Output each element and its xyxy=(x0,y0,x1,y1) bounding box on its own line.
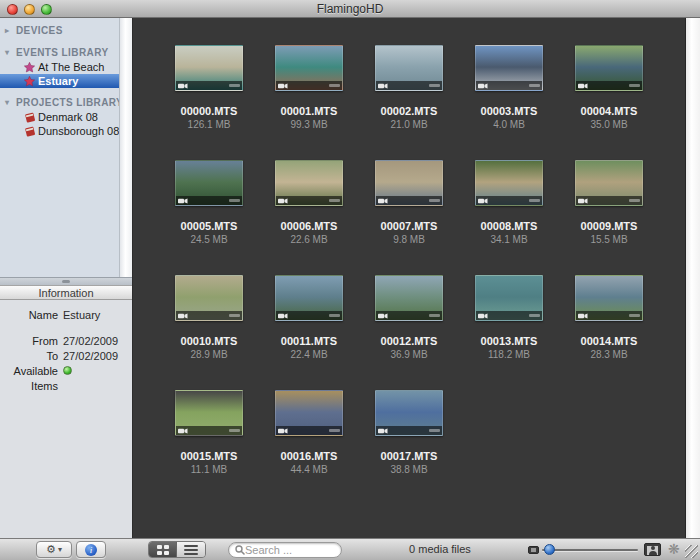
video-thumbnail[interactable] xyxy=(275,45,343,91)
video-thumbnail[interactable] xyxy=(275,390,343,436)
duration-indicator xyxy=(429,314,440,317)
zoom-button[interactable] xyxy=(41,4,52,15)
triangle-expanded-icon[interactable]: ▾ xyxy=(5,98,16,107)
video-thumbnail[interactable] xyxy=(575,45,643,91)
sidebar: ▸DEVICES▾EVENTS LIBRARYAt The BeachEstua… xyxy=(0,18,133,538)
media-item[interactable]: 00011.MTS22.4 MB xyxy=(259,275,359,390)
media-item[interactable]: 00017.MTS38.8 MB xyxy=(359,390,459,505)
sidebar-item-label: Denmark 08 xyxy=(38,111,98,123)
sidebar-scrollbar[interactable] xyxy=(119,18,132,277)
info-label: Items xyxy=(0,380,58,392)
triangle-collapsed-icon[interactable]: ▸ xyxy=(5,26,16,35)
media-item[interactable]: 00002.MTS21.0 MB xyxy=(359,45,459,160)
media-item[interactable]: 00010.MTS28.9 MB xyxy=(159,275,259,390)
file-size: 9.8 MB xyxy=(359,234,459,245)
info-row: Items xyxy=(0,378,132,393)
duration-indicator xyxy=(229,84,240,87)
thumbnail-overlay-bar xyxy=(276,426,342,435)
duration-indicator xyxy=(529,199,540,202)
grid-view-button[interactable] xyxy=(149,542,177,557)
slider-knob[interactable] xyxy=(544,544,555,555)
camera-icon xyxy=(478,313,488,319)
grid-view-icon xyxy=(157,545,169,555)
media-item[interactable]: 00005.MTS24.5 MB xyxy=(159,160,259,275)
sidebar-item-estuary[interactable]: Estuary xyxy=(0,74,120,88)
video-thumbnail[interactable] xyxy=(475,160,543,206)
video-thumbnail[interactable] xyxy=(375,45,443,91)
gear-icon: ⚙ xyxy=(46,543,56,556)
window-resize-grip[interactable] xyxy=(685,545,698,558)
media-item[interactable]: 00000.MTS126.1 MB xyxy=(159,45,259,160)
view-mode-toggle xyxy=(148,541,206,558)
video-thumbnail[interactable] xyxy=(275,275,343,321)
video-thumbnail[interactable] xyxy=(175,275,243,321)
file-size: 118.2 MB xyxy=(459,349,559,360)
media-item[interactable]: 00013.MTS118.2 MB xyxy=(459,275,559,390)
title-bar[interactable]: FlamingoHD xyxy=(0,0,700,18)
media-item[interactable]: 00008.MTS34.1 MB xyxy=(459,160,559,275)
duration-indicator xyxy=(329,314,340,317)
video-thumbnail[interactable] xyxy=(175,390,243,436)
vertical-scrollbar[interactable] xyxy=(685,18,700,538)
triangle-expanded-icon[interactable]: ▾ xyxy=(5,48,16,57)
info-row: NameEstuary xyxy=(0,307,132,322)
file-name: 00014.MTS xyxy=(559,335,659,347)
star-icon xyxy=(24,76,35,87)
info-row: From27/02/2009 xyxy=(0,333,132,348)
video-thumbnail[interactable] xyxy=(475,275,543,321)
get-info-button[interactable]: i xyxy=(76,541,106,558)
sidebar-section-label: PROJECTS LIBRARY xyxy=(16,97,123,108)
sidebar-item-at-the-beach[interactable]: At The Beach xyxy=(0,60,132,74)
source-list: ▸DEVICES▾EVENTS LIBRARYAt The BeachEstua… xyxy=(0,18,132,277)
media-item[interactable]: 00003.MTS4.0 MB xyxy=(459,45,559,160)
slider-track[interactable] xyxy=(542,549,638,551)
sidebar-section-header[interactable]: ▾EVENTS LIBRARY xyxy=(0,45,132,60)
search-input[interactable] xyxy=(245,544,335,556)
sidebar-section-header[interactable]: ▾PROJECTS LIBRARY xyxy=(0,95,132,110)
splitter-grip-icon xyxy=(62,280,70,283)
action-menu-button[interactable]: ⚙ ▾ xyxy=(36,541,72,558)
video-thumbnail[interactable] xyxy=(375,275,443,321)
media-item[interactable]: 00016.MTS44.4 MB xyxy=(259,390,359,505)
sidebar-item-dunsborough-08[interactable]: Dunsborough 08 xyxy=(0,124,132,138)
media-item[interactable]: 00014.MTS28.3 MB xyxy=(559,275,659,390)
video-thumbnail[interactable] xyxy=(375,160,443,206)
video-thumbnail[interactable] xyxy=(275,160,343,206)
file-size: 21.0 MB xyxy=(359,119,459,130)
video-thumbnail[interactable] xyxy=(575,160,643,206)
media-item[interactable]: 00009.MTS15.5 MB xyxy=(559,160,659,275)
thumbnail-overlay-bar xyxy=(276,196,342,205)
video-thumbnail[interactable] xyxy=(175,160,243,206)
window-controls xyxy=(7,4,52,15)
media-item[interactable]: 00015.MTS11.1 MB xyxy=(159,390,259,505)
close-button[interactable] xyxy=(7,4,18,15)
minimize-button[interactable] xyxy=(24,4,35,15)
video-thumbnail[interactable] xyxy=(375,390,443,436)
sidebar-item-label: At The Beach xyxy=(38,61,104,73)
sidebar-item-denmark-08[interactable]: Denmark 08 xyxy=(0,110,132,124)
sidebar-section-label: DEVICES xyxy=(16,25,63,36)
thumbnail-overlay-bar xyxy=(376,81,442,90)
file-size: 38.8 MB xyxy=(359,464,459,475)
media-item[interactable]: 00007.MTS9.8 MB xyxy=(359,160,459,275)
file-size: 34.1 MB xyxy=(459,234,559,245)
duration-indicator xyxy=(329,429,340,432)
media-browser: 00000.MTS126.1 MB00001.MTS99.3 MB00002.M… xyxy=(133,18,700,538)
media-item[interactable]: 00012.MTS36.9 MB xyxy=(359,275,459,390)
list-view-button[interactable] xyxy=(177,542,205,557)
media-item[interactable]: 00006.MTS22.6 MB xyxy=(259,160,359,275)
video-thumbnail[interactable] xyxy=(575,275,643,321)
media-item[interactable]: 00004.MTS35.0 MB xyxy=(559,45,659,160)
search-field[interactable] xyxy=(228,542,342,558)
sidebar-section-header[interactable]: ▸DEVICES xyxy=(0,23,132,38)
duration-indicator xyxy=(329,199,340,202)
info-panel: NameEstuaryFrom27/02/2009To27/02/2009Ava… xyxy=(0,300,132,538)
thumbnail-size-slider[interactable] xyxy=(528,543,638,557)
info-label: To xyxy=(0,350,58,362)
pane-splitter[interactable] xyxy=(0,277,132,285)
video-thumbnail[interactable] xyxy=(175,45,243,91)
duration-indicator xyxy=(429,84,440,87)
thumbnail-overlay-bar xyxy=(476,81,542,90)
media-item[interactable]: 00001.MTS99.3 MB xyxy=(259,45,359,160)
video-thumbnail[interactable] xyxy=(475,45,543,91)
